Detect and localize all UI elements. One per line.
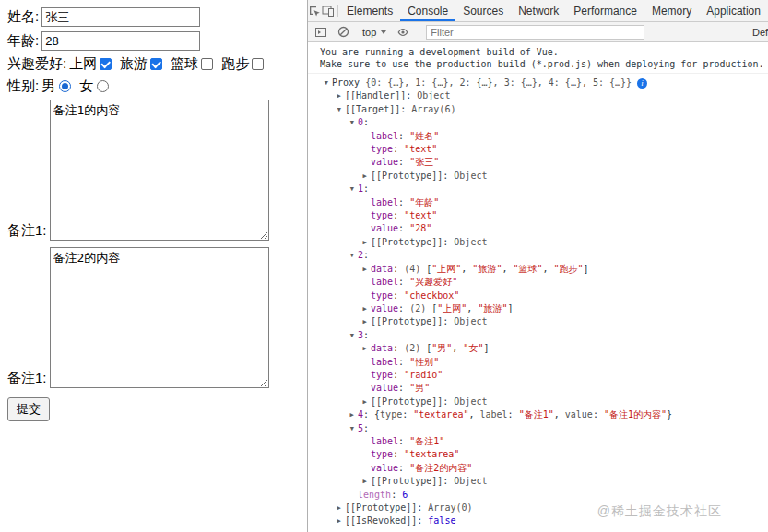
console-tree-line[interactable]: ▶value: (2) ["上网", "旅游"] — [308, 302, 768, 315]
console-tree-line[interactable]: ▶[[Prototype]]: Object — [308, 396, 768, 408]
expand-triangle-icon[interactable]: ▶ — [359, 396, 371, 408]
gender-options: 男女 — [41, 77, 117, 95]
clear-console-button[interactable] — [332, 22, 354, 41]
collapse-triangle-icon[interactable]: ▶ — [345, 422, 358, 434]
form-panel: 姓名: 年龄: 兴趣爱好: 上网旅游篮球跑步 性别: 男女 备注1: 备注1的内… — [0, 0, 307, 532]
toggle-device-toolbar-icon — [322, 5, 335, 18]
console-tree-line: label: "备注1" — [308, 435, 768, 448]
context-selector[interactable]: top — [362, 27, 386, 38]
devtools-panel: ElementsConsoleSourcesNetworkPerformance… — [307, 0, 768, 532]
hobby-checkbox-跑步[interactable] — [252, 58, 264, 70]
console-tree-line[interactable]: ▶5: — [308, 422, 768, 435]
console-toolbar: top Default levels — [308, 22, 768, 42]
tab-sources[interactable]: Sources — [455, 0, 511, 21]
expand-triangle-icon[interactable]: ▶ — [333, 89, 345, 102]
console-tree-line: length: 6 — [308, 489, 768, 502]
console-tree-line[interactable]: ▶[[Handler]]: Object — [308, 89, 768, 102]
toggle-device-toolbar-button[interactable] — [322, 0, 336, 21]
name-row: 姓名: — [7, 7, 300, 27]
dropdown-caret-icon — [381, 30, 386, 34]
age-label: 年龄: — [7, 32, 39, 50]
tabbar-separator — [337, 5, 338, 17]
expand-triangle-icon[interactable]: ▶ — [359, 263, 371, 276]
collapse-triangle-icon[interactable]: ▶ — [345, 183, 358, 195]
console-tree-line[interactable]: ▶1: — [308, 183, 768, 195]
expand-triangle-icon[interactable]: ▶ — [346, 408, 358, 421]
collapse-triangle-icon[interactable]: ▶ — [345, 117, 358, 129]
expand-triangle-icon[interactable]: ▶ — [359, 170, 371, 183]
hobby-checkbox-旅游[interactable] — [150, 58, 162, 70]
console-tree-line: type: "textarea" — [308, 448, 768, 461]
console-output: You are running a development build of V… — [308, 42, 768, 532]
console-tree-line[interactable]: ▶[[Target]]: Array(6) — [308, 103, 768, 116]
age-input[interactable] — [41, 31, 200, 51]
tab-memory[interactable]: Memory — [644, 0, 699, 21]
console-tree-line[interactable]: ▶data: (4) ["上网", "旅游", "篮球", "跑步"] — [308, 263, 768, 276]
tab-console[interactable]: Console — [400, 0, 455, 21]
age-row: 年龄: — [7, 31, 300, 51]
log-levels-dropdown[interactable]: Default levels — [743, 22, 768, 41]
expand-triangle-icon[interactable]: ▶ — [359, 315, 371, 328]
console-message-vue-warning: You are running a development build of V… — [308, 42, 768, 74]
console-sidebar-icon — [314, 26, 327, 39]
console-filter-input[interactable] — [426, 25, 644, 40]
expand-triangle-icon[interactable]: ▶ — [333, 514, 345, 527]
gender-radio-女[interactable] — [97, 80, 109, 92]
console-tree-line[interactable]: ▶4: {type: "textarea", label: "备注1", val… — [308, 408, 768, 421]
context-selector-label: top — [362, 27, 376, 38]
vue-warning-line1: You are running a development build of V… — [320, 46, 766, 58]
hobby-checkbox-篮球[interactable] — [201, 58, 213, 70]
collapse-triangle-icon[interactable]: ▶ — [345, 250, 358, 262]
gender-label: 性别: — [7, 77, 39, 95]
hobby-option-label: 篮球 — [171, 55, 198, 71]
expand-triangle-icon[interactable]: ▶ — [359, 236, 371, 249]
console-tree-line: value: "28" — [308, 222, 768, 235]
console-tree-line[interactable]: ▶[[Prototype]]: Object — [308, 315, 768, 328]
expand-triangle-icon[interactable]: ▶ — [359, 342, 371, 355]
name-label: 姓名: — [7, 8, 39, 26]
clear-console-icon — [337, 26, 349, 38]
console-tree-line: label: "年龄" — [308, 196, 768, 209]
gender-radio-男[interactable] — [59, 80, 71, 92]
console-tree-line[interactable]: ▶Proxy {0: {…}, 1: {…}, 2: {…}, 3: {…}, … — [308, 77, 768, 89]
tab-network[interactable]: Network — [511, 0, 566, 21]
expand-triangle-icon[interactable]: ▶ — [333, 502, 345, 514]
expand-triangle-icon[interactable]: ▶ — [359, 475, 371, 488]
console-tree-line[interactable]: ▶[[Prototype]]: Object — [308, 236, 768, 249]
tab-performance[interactable]: Performance — [566, 0, 644, 21]
note2-row: 备注1: 备注2的内容 — [7, 247, 300, 388]
hobby-option-label: 旅游 — [120, 55, 148, 71]
gender-option-label: 男 — [41, 77, 55, 93]
console-tree-line[interactable]: ▶3: — [308, 329, 768, 342]
console-tree-line[interactable]: ▶[[Prototype]]: Object — [308, 170, 768, 183]
console-tree-line[interactable]: ▶[[Prototype]]: Object — [308, 475, 768, 488]
console-sidebar-button[interactable] — [310, 22, 332, 41]
collapse-triangle-icon[interactable]: ▶ — [345, 329, 358, 341]
devtools-tabs: ElementsConsoleSourcesNetworkPerformance… — [339, 0, 768, 21]
inspect-element-button[interactable] — [308, 0, 322, 21]
hobby-option-label: 上网 — [69, 55, 97, 71]
gender-row: 性别: 男女 — [7, 77, 300, 95]
expand-triangle-icon[interactable]: ▶ — [359, 302, 371, 315]
console-tree-line[interactable]: ▶0: — [308, 116, 768, 129]
hobby-checkbox-上网[interactable] — [100, 58, 112, 70]
watermark: @稀土掘金技术社区 — [597, 503, 722, 520]
collapse-triangle-icon[interactable]: ▶ — [332, 104, 345, 116]
name-input[interactable] — [41, 7, 200, 27]
console-tree-line: label: "性别" — [308, 356, 768, 369]
console-tree-line[interactable]: ▶data: (2) ["男", "女"] — [308, 342, 768, 355]
gender-option-label: 女 — [79, 77, 93, 93]
tab-application[interactable]: Application — [699, 0, 768, 21]
live-expression-button[interactable] — [392, 22, 414, 41]
submit-button[interactable]: 提交 — [7, 397, 50, 421]
info-icon: i — [637, 78, 647, 89]
console-tree-line: type: "text" — [308, 143, 768, 156]
note1-textarea[interactable]: 备注1的内容 — [50, 100, 269, 241]
hobby-option-label: 跑步 — [221, 55, 249, 71]
note2-textarea[interactable]: 备注2的内容 — [50, 247, 269, 388]
console-tree-line[interactable]: ▶2: — [308, 249, 768, 262]
collapse-triangle-icon[interactable]: ▶ — [319, 77, 332, 89]
tab-elements[interactable]: Elements — [339, 0, 400, 21]
console-object-tree: ▶Proxy {0: {…}, 1: {…}, 2: {…}, 3: {…}, … — [308, 74, 768, 528]
console-tree-line: label: "姓名" — [308, 130, 768, 143]
